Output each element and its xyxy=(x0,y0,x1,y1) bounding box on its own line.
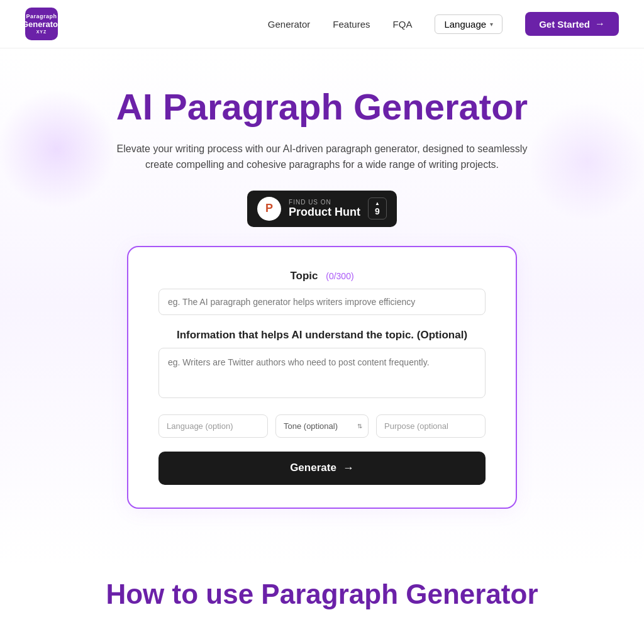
topic-label: Topic (0/300) xyxy=(158,270,486,282)
language-select[interactable]: Language (option) xyxy=(158,414,268,438)
hero-subtitle: Elevate your writing process with our AI… xyxy=(108,141,536,173)
ph-find-label: FIND US ON xyxy=(289,199,331,206)
nav-link-fqa[interactable]: FQA xyxy=(393,19,413,30)
navbar: Paragraph Generator XYZ Generator Featur… xyxy=(0,0,644,48)
product-hunt-badge[interactable]: P FIND US ON Product Hunt ▲ 9 xyxy=(247,191,397,227)
info-label: Information that helps AI understand the… xyxy=(158,329,486,341)
char-counter: (0/300) xyxy=(326,271,353,281)
logo[interactable]: Paragraph Generator XYZ xyxy=(25,8,58,40)
ph-votes-badge: ▲ 9 xyxy=(368,197,387,219)
vote-count: 9 xyxy=(375,206,380,216)
topic-input[interactable] xyxy=(158,289,486,315)
get-started-button[interactable]: Get Started → xyxy=(525,12,619,36)
language-dropdown[interactable]: Language ▾ xyxy=(435,14,502,34)
nav-links: Generator Features FQA Language ▾ Get St… xyxy=(268,12,619,36)
generate-arrow-icon: → xyxy=(343,462,354,475)
how-to-title: How to use Paragraph Generator xyxy=(25,578,619,611)
options-row: Language (option) Tone (optional) ⇅ Purp… xyxy=(158,414,486,438)
purpose-select[interactable]: Purpose (optional xyxy=(376,414,486,438)
upvote-icon: ▲ xyxy=(375,201,380,206)
hero-section: AI Paragraph Generator Elevate your writ… xyxy=(0,48,644,565)
tone-select[interactable]: Tone (optional) xyxy=(275,414,369,438)
nav-link-features[interactable]: Features xyxy=(333,19,370,30)
info-field-group: Information that helps AI understand the… xyxy=(158,329,486,414)
hero-title: AI Paragraph Generator xyxy=(25,86,619,128)
arrow-right-icon: → xyxy=(595,18,605,30)
nav-link-generator[interactable]: Generator xyxy=(268,19,311,30)
product-hunt-icon: P xyxy=(257,197,281,221)
chevron-down-icon: ▾ xyxy=(490,21,493,28)
generator-form-card: Topic (0/300) Information that helps AI … xyxy=(127,246,517,509)
ph-name-label: Product Hunt xyxy=(289,206,360,219)
product-hunt-text: FIND US ON Product Hunt xyxy=(289,199,360,219)
tone-select-wrap: Tone (optional) ⇅ xyxy=(275,414,369,438)
info-textarea[interactable] xyxy=(158,348,486,398)
topic-field-group: Topic (0/300) xyxy=(158,270,486,329)
logo-badge: Paragraph Generator XYZ xyxy=(25,8,58,40)
how-to-section: How to use Paragraph Generator xyxy=(0,565,644,611)
generate-button[interactable]: Generate → xyxy=(158,452,486,485)
